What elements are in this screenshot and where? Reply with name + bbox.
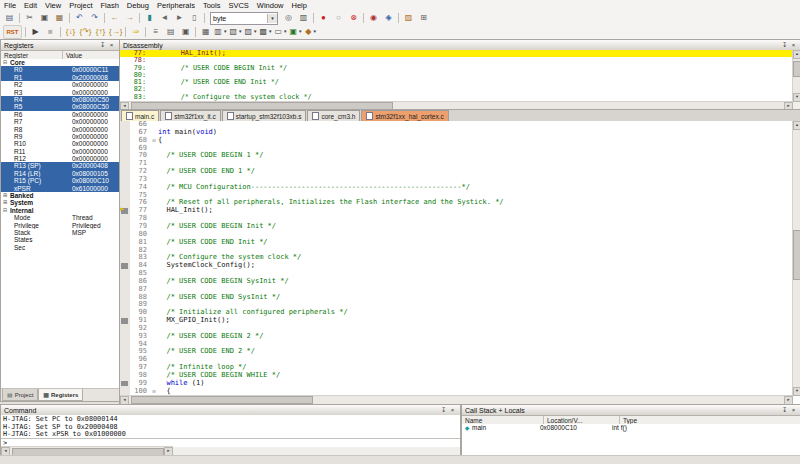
collapse-icon[interactable]: ⊟	[3, 207, 10, 214]
disasm-line-77[interactable]: 77: HAL_Init();	[120, 50, 793, 57]
menu-debug[interactable]: Debug	[123, 0, 153, 11]
pin-icon[interactable]: ↧	[780, 41, 789, 49]
stop-icon[interactable]: ■	[44, 26, 57, 38]
disasm-line-79[interactable]: 79: /* USER CODE BEGIN Init */	[120, 65, 793, 72]
debug-session-icon[interactable]: ◉	[367, 12, 380, 24]
breakpoint-margin[interactable]	[120, 239, 130, 247]
scroll-down-icon[interactable]: ▼	[793, 93, 800, 102]
step-out-icon[interactable]: {↑}	[94, 26, 107, 38]
breakpoint-margin[interactable]	[120, 270, 130, 278]
show-next-statement-icon[interactable]: ⇒	[129, 26, 142, 38]
redo-icon[interactable]: ↷	[88, 12, 101, 24]
bottom-tab-registers[interactable]: ▦Registers	[38, 389, 83, 401]
menu-file[interactable]: File	[0, 0, 20, 11]
editor-line-77[interactable]: ►77 HAL_Init();	[120, 207, 793, 215]
editor-tab-stm32f1xx_it.c[interactable]: stm32f1xx_it.c	[160, 110, 221, 121]
breakpoint-margin[interactable]	[120, 262, 130, 270]
register-row-r8[interactable]: R80x00000000	[1, 126, 119, 133]
register-row-r6[interactable]: R60x00000000	[1, 111, 119, 118]
scroll-up-icon[interactable]: ▲	[793, 121, 800, 130]
editor-line-81[interactable]: 81 /* USER CODE END Init */	[120, 239, 793, 247]
pin-icon[interactable]: ↧	[780, 406, 789, 414]
breakpoint-margin[interactable]	[120, 137, 130, 145]
analysis-window-icon[interactable]: ▭▼	[274, 26, 287, 38]
editor-line-98[interactable]: 98 /* USER CODE BEGIN WHILE */	[120, 372, 793, 380]
menu-view[interactable]: View	[41, 0, 65, 11]
menu-window[interactable]: Window	[253, 0, 288, 11]
editor-line-88[interactable]: 88 /* USER CODE END SysInit */	[120, 294, 793, 302]
system-viewer-icon[interactable]: ▣▼	[290, 26, 303, 38]
editor-line-66[interactable]: 66	[120, 121, 793, 129]
editor-line-91[interactable]: 91 MX_GPIO_Init();	[120, 317, 793, 325]
menu-project[interactable]: Project	[65, 0, 96, 11]
register-group-system[interactable]: ⊞System	[1, 199, 119, 206]
editor-line-70[interactable]: 70 /* USER CODE BEGIN 1 */	[120, 152, 793, 160]
save-icon[interactable]: ▤	[3, 12, 16, 24]
pin-icon[interactable]: ↧	[98, 41, 107, 49]
close-icon[interactable]: ×	[107, 41, 116, 49]
register-row-privilege[interactable]: PrivilegePrivileged	[1, 222, 119, 229]
register-row-r1[interactable]: R10x20000008	[1, 74, 119, 81]
menu-svcs[interactable]: SVCS	[224, 0, 252, 11]
breakpoint-margin[interactable]	[120, 129, 130, 137]
editor-hscrollbar[interactable]: ◄ ►	[120, 395, 793, 404]
editor-line-95[interactable]: 95 /* USER CODE END 2 */	[120, 348, 793, 356]
editor-line-79[interactable]: 79 /* USER CODE BEGIN Init */	[120, 223, 793, 231]
menu-help[interactable]: Help	[288, 0, 311, 11]
register-group-core[interactable]: ⊟Core	[1, 59, 119, 66]
breakpoint-margin[interactable]	[120, 247, 130, 255]
breakpoint-margin[interactable]	[120, 341, 130, 349]
breakpoint-kill-all-icon[interactable]: ⊗	[347, 12, 360, 24]
find-icon[interactable]: ◎	[282, 12, 295, 24]
pin-icon[interactable]: ↧	[439, 406, 448, 414]
paste-icon[interactable]: ▦	[53, 12, 66, 24]
expand-icon[interactable]: ⊞	[3, 199, 10, 206]
breakpoint-margin[interactable]	[120, 176, 130, 184]
register-row-r13[interactable]: R13 (SP)0x20000408	[1, 162, 119, 169]
configure-target-icon[interactable]: ▨	[402, 12, 415, 24]
breakpoint-margin[interactable]	[120, 223, 130, 231]
fold-icon[interactable]: ⊟	[150, 137, 158, 145]
editor-line-76[interactable]: 76 /* Reset of all peripherals, Initiali…	[120, 199, 793, 207]
close-icon[interactable]: ×	[789, 41, 798, 49]
register-row-stack[interactable]: StackMSP	[1, 229, 119, 236]
editor-line-93[interactable]: 93 /* USER CODE BEGIN 2 */	[120, 333, 793, 341]
scroll-thumb[interactable]	[793, 230, 800, 280]
tools-icon[interactable]: ⊞	[417, 12, 430, 24]
menu-edit[interactable]: Edit	[20, 0, 41, 11]
editor-body[interactable]: 6667int main(void)68⊟{6970 /* USER CODE …	[120, 121, 793, 396]
breakpoint-margin[interactable]	[120, 168, 130, 176]
register-row-r15[interactable]: R15 (PC)0x08000C10	[1, 177, 119, 184]
callstack-row-main[interactable]: ◆main0x08000C10int f()	[462, 424, 800, 432]
breakpoint-margin[interactable]	[120, 301, 130, 309]
editor-line-86[interactable]: 86 /* USER CODE BEGIN SysInit */	[120, 278, 793, 286]
editor-line-72[interactable]: 72 /* USER CODE END 1 */	[120, 168, 793, 176]
register-row-r10[interactable]: R100x00000000	[1, 140, 119, 147]
breakpoint-margin[interactable]	[120, 317, 130, 325]
breakpoint-margin[interactable]	[120, 192, 130, 200]
memory-window-icon[interactable]: ▨▼	[244, 26, 257, 38]
breakpoint-margin[interactable]	[120, 364, 130, 372]
register-group-banked[interactable]: ⊞Banked	[1, 192, 119, 199]
editor-tab-startup_stm32f103xb.s[interactable]: startup_stm32f103xb.s	[222, 110, 307, 121]
copy-icon[interactable]: ▣	[38, 12, 51, 24]
symbol-window-icon[interactable]: ▣	[179, 26, 192, 38]
register-row-states[interactable]: States	[1, 236, 119, 243]
menu-flash[interactable]: Flash	[97, 0, 123, 11]
menu-tools[interactable]: Tools	[199, 0, 225, 11]
register-row-r14[interactable]: R14 (LR)0x08000105	[1, 170, 119, 177]
register-group-internal[interactable]: ⊟Internal	[1, 207, 119, 214]
nav-forward-icon[interactable]: →	[123, 12, 136, 24]
cut-icon[interactable]: ✂	[23, 12, 36, 24]
breakpoint-margin[interactable]	[120, 348, 130, 356]
breakpoint-margin[interactable]	[120, 309, 130, 317]
editor-line-84[interactable]: 84 SystemClock_Config();	[120, 262, 793, 270]
command-window-icon[interactable]: ≡	[149, 26, 162, 38]
watch-window-icon[interactable]: ▧▼	[229, 26, 242, 38]
close-icon[interactable]: ×	[789, 406, 798, 414]
breakpoint-margin[interactable]	[120, 294, 130, 302]
breakpoint-margin[interactable]	[120, 372, 130, 380]
toolbox-icon[interactable]: ◆▼	[305, 26, 318, 38]
breakpoint-margin[interactable]	[120, 215, 130, 223]
breakpoint-margin[interactable]	[120, 333, 130, 341]
